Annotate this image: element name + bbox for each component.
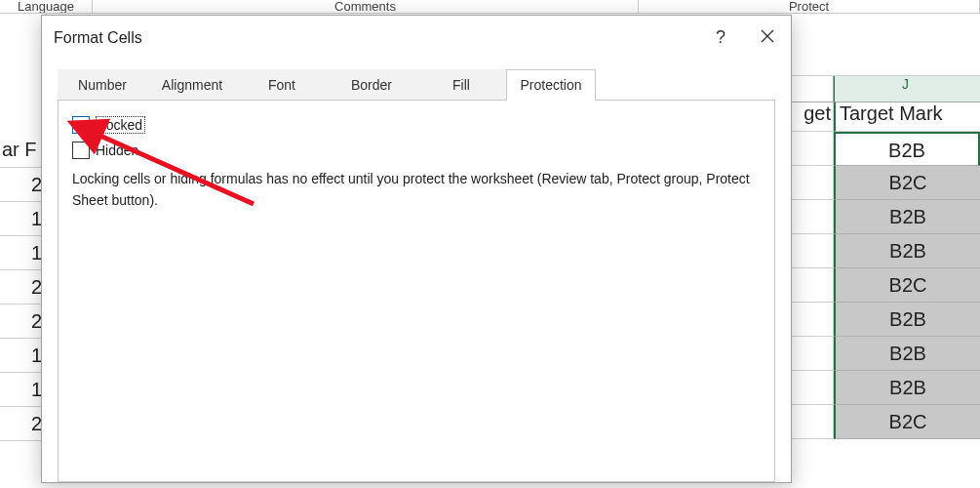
cell-j[interactable]: B2B bbox=[834, 200, 980, 234]
ribbon-group-language: Language bbox=[0, 0, 93, 14]
col-header-fragment-left: ar F bbox=[0, 139, 47, 168]
cell-j[interactable]: B2B bbox=[834, 337, 980, 371]
close-icon bbox=[761, 27, 774, 48]
close-button[interactable] bbox=[744, 16, 791, 60]
col-i-header-fragment[interactable]: get bbox=[785, 102, 834, 132]
tab-number[interactable]: Number bbox=[58, 69, 147, 100]
cell-left[interactable]: 2 bbox=[0, 407, 47, 441]
hidden-checkbox-label[interactable]: Hidden bbox=[96, 142, 138, 158]
ribbon-group-protect: Protect bbox=[639, 0, 980, 14]
locked-checkbox-label[interactable]: Locked bbox=[96, 116, 145, 134]
protection-help-text: Locking cells or hiding formulas has no … bbox=[72, 169, 761, 211]
column-letter-i-fragment[interactable] bbox=[785, 76, 834, 102]
check-icon: ✓ bbox=[75, 118, 87, 132]
format-cells-dialog: Format Cells ? Number Alignment Font Bor… bbox=[41, 15, 792, 483]
cell-left[interactable]: 1 bbox=[0, 373, 47, 407]
cell-left[interactable]: 1 bbox=[0, 236, 47, 270]
cell-left[interactable]: 1 bbox=[0, 339, 47, 373]
ribbon-group-comments: Comments bbox=[93, 0, 639, 14]
tab-fill[interactable]: Fill bbox=[416, 69, 506, 100]
tab-protection[interactable]: Protection bbox=[506, 69, 596, 101]
worksheet-right-fragment: J get Target Mark B2B B2C B2B B2B B2C B2… bbox=[785, 14, 980, 488]
cell-left[interactable]: 1 bbox=[0, 202, 47, 236]
dialog-titlebar[interactable]: Format Cells ? bbox=[42, 16, 791, 60]
tab-font[interactable]: Font bbox=[237, 69, 327, 100]
cell-j[interactable]: B2C bbox=[834, 166, 980, 200]
col-j-header[interactable]: Target Mark bbox=[834, 102, 980, 132]
dialog-title: Format Cells bbox=[54, 29, 697, 47]
cell-j[interactable]: B2B bbox=[834, 371, 980, 405]
locked-checkbox[interactable]: ✓ bbox=[72, 116, 90, 134]
cell-left[interactable]: 2 bbox=[0, 270, 47, 305]
ribbon-group-labels: Language Comments Protect bbox=[0, 0, 980, 14]
cell-j[interactable]: B2C bbox=[834, 405, 980, 439]
dialog-tab-strip: Number Alignment Font Border Fill Protec… bbox=[42, 60, 791, 100]
column-letter-j[interactable]: J bbox=[834, 76, 980, 102]
cell-left[interactable]: 2 bbox=[0, 305, 47, 339]
cell-j[interactable]: B2B bbox=[834, 303, 980, 337]
protection-tab-panel: ✓ Locked Hidden Locking cells or hiding … bbox=[58, 100, 775, 482]
tab-border[interactable]: Border bbox=[327, 69, 416, 100]
cell-j[interactable]: B2B bbox=[834, 234, 980, 268]
cell-j[interactable]: B2B bbox=[834, 132, 980, 166]
tab-alignment[interactable]: Alignment bbox=[147, 69, 237, 100]
worksheet-left-fragment: ar F 2 1 1 2 2 1 1 2 bbox=[0, 14, 47, 488]
hidden-checkbox[interactable] bbox=[72, 142, 90, 159]
cell-left[interactable]: 2 bbox=[0, 168, 47, 202]
cell-j[interactable]: B2C bbox=[834, 268, 980, 303]
help-button[interactable]: ? bbox=[697, 16, 744, 60]
